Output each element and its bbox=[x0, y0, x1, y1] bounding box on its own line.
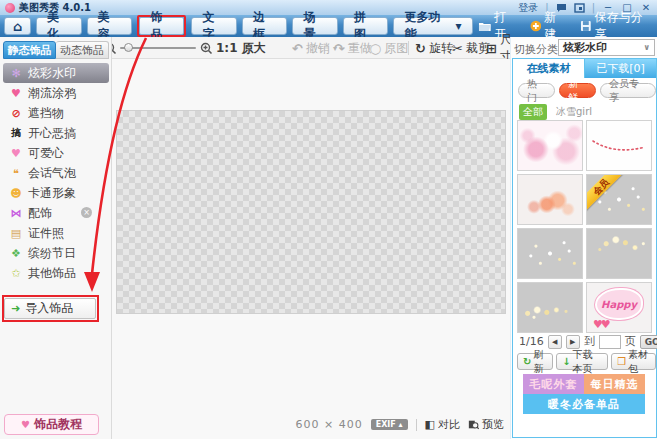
sticker-thumbnail-gold-trail[interactable] bbox=[517, 282, 583, 333]
sticker-thumbnail-pink-bokeh[interactable] bbox=[517, 120, 583, 171]
funny-icon: 搞 bbox=[9, 126, 23, 140]
gift-icon: ❖ bbox=[9, 247, 23, 260]
crop-button[interactable]: ✂裁剪 bbox=[452, 37, 490, 59]
page-indicator: 1/16 bbox=[519, 335, 544, 348]
sticker-thumbnail-gold-swirl[interactable] bbox=[586, 228, 652, 279]
tab-animated-decorations[interactable]: 动态饰品 bbox=[56, 41, 109, 59]
resize-icon: ⊞ bbox=[486, 41, 497, 56]
tag-ice-snow-girl[interactable]: 冰雪girl bbox=[556, 105, 592, 119]
chevron-down-icon: ∨ bbox=[644, 43, 651, 52]
material-pack-button[interactable]: ❒素材包 bbox=[611, 353, 656, 370]
id-photo-icon: ▤ bbox=[9, 227, 23, 240]
next-page-button[interactable]: ▶ bbox=[566, 335, 580, 349]
status-bar: 600 × 400 EXIF ▴ ◧对比 预览 bbox=[296, 417, 504, 432]
tab-decoration[interactable]: 饰品 bbox=[139, 17, 184, 35]
filter-new[interactable]: 新鲜 bbox=[559, 83, 596, 98]
heart-palette-icon: ♥ bbox=[9, 87, 23, 100]
decoration-tab-red-highlight: 饰品 bbox=[137, 15, 186, 37]
edit-toolbar: 1:1 原大 ↶撤销▾ ↷重做 ◯原图 ↻旋转 ✂裁剪 ⊞尺寸 bbox=[112, 37, 512, 59]
rotate-button[interactable]: ↻旋转 bbox=[415, 37, 453, 59]
decoration-category-list: ✻炫彩水印 ♥潮流涂鸦 ⊘遮挡物 搞开心恶搞 ♥可爱心 ❝会话气泡 ☻卡通形象 … bbox=[0, 63, 112, 283]
tab-frame[interactable]: 边框 bbox=[242, 17, 288, 35]
tab-more-features[interactable]: 更多功能 ▾ bbox=[393, 17, 472, 35]
tab-scene[interactable]: 场景 bbox=[292, 17, 338, 35]
category-switch-label: 切换分类 bbox=[514, 42, 558, 57]
download-icon: ↓ bbox=[562, 356, 570, 367]
sidebar-item-speech-bubble[interactable]: ❝会话气泡 bbox=[0, 163, 112, 183]
plus-circle-icon bbox=[530, 20, 542, 32]
go-button[interactable]: GO bbox=[640, 335, 657, 349]
exif-button[interactable]: EXIF ▴ bbox=[371, 419, 408, 430]
refresh-button[interactable]: ↻刷新 bbox=[517, 353, 553, 370]
transparent-canvas[interactable] bbox=[117, 111, 505, 313]
bow-icon: ⋈ bbox=[9, 207, 23, 220]
sticker-thumbnail-happy-bubble[interactable]: Happy ♥♥ bbox=[586, 282, 652, 333]
preview-magnifier-icon bbox=[468, 419, 479, 430]
tab-beautify[interactable]: 美化 bbox=[36, 17, 82, 35]
sidebar-item-blocker[interactable]: ⊘遮挡物 bbox=[0, 103, 112, 123]
decoration-tutorial-button[interactable]: ♥ 饰品教程 bbox=[4, 414, 99, 435]
zoom-in-icon[interactable] bbox=[200, 42, 213, 55]
sticker-thumbnail-white-sparkle[interactable] bbox=[517, 228, 583, 279]
sidebar-item-accessories[interactable]: ⋈配饰× bbox=[0, 203, 112, 223]
compare-button[interactable]: ◧对比 bbox=[425, 417, 460, 432]
no-entry-icon: ⊘ bbox=[9, 107, 23, 120]
red-dotted-line bbox=[587, 121, 651, 170]
sticker-thumbnail-red-sparkline[interactable] bbox=[586, 120, 652, 171]
sidebar-item-cute-heart[interactable]: ♥可爱心 bbox=[0, 143, 112, 163]
app-logo-icon bbox=[5, 3, 15, 13]
crop-icon: ✂ bbox=[452, 41, 463, 56]
sticker-grid: 会员 Happy ♥♥ bbox=[517, 120, 652, 333]
promo-daily-picks[interactable]: 每日精选 bbox=[584, 374, 645, 394]
sidebar-item-others[interactable]: ✩其他饰品 bbox=[0, 263, 112, 283]
original-icon: ◯ bbox=[370, 43, 381, 54]
home-icon: ⌂ bbox=[13, 19, 22, 34]
vip-ribbon: 会员 bbox=[586, 174, 625, 211]
filter-hot[interactable]: 热门 bbox=[518, 83, 555, 98]
tab-online-materials[interactable]: 在线素材 bbox=[513, 59, 585, 78]
chevron-down-icon: ▾ bbox=[456, 19, 462, 33]
hearts-decoration: ♥♥ bbox=[593, 318, 609, 331]
promo-banners: 毛呢外套 每日精选 暖冬必备单品 bbox=[523, 374, 645, 414]
image-dimensions: 600 × 400 bbox=[296, 418, 363, 431]
resize-button[interactable]: ⊞尺寸 bbox=[486, 37, 512, 59]
tab-collage[interactable]: 拼图 bbox=[343, 17, 389, 35]
page-number-input[interactable] bbox=[599, 335, 621, 349]
preview-button[interactable]: 预览 bbox=[468, 417, 504, 432]
sidebar-item-cartoon[interactable]: ☻卡通形象 bbox=[0, 183, 112, 203]
tab-home[interactable]: ⌂ bbox=[4, 17, 31, 35]
sparkle-icon: ✻ bbox=[9, 67, 23, 80]
redo-icon: ↷ bbox=[334, 41, 345, 56]
category-dropdown[interactable]: 炫彩水印 ∨ bbox=[558, 39, 655, 56]
meitu-xiuxiu-window: 美图秀秀 4.0.1 登录 | | ─ □ ✕ ⌂ 美化 美容 饰品 文字 边框… bbox=[0, 0, 657, 439]
promo-wool-coat[interactable]: 毛呢外套 bbox=[523, 374, 584, 394]
decoration-sidebar: 静态饰品 动态饰品 ✻炫彩水印 ♥潮流涂鸦 ⊘遮挡物 搞开心恶搞 ♥可爱心 ❝会… bbox=[0, 37, 112, 439]
tab-cosmesis[interactable]: 美容 bbox=[87, 17, 133, 35]
zoom-actual-size-label[interactable]: 1:1 原大 bbox=[216, 40, 266, 57]
canvas-area: 600 × 400 EXIF ▴ ◧对比 预览 bbox=[112, 59, 510, 439]
undo-icon: ↶ bbox=[292, 41, 303, 56]
material-panel: 切换分类 炫彩水印 ∨ 在线素材 已下载[0] 热门 新鲜 会员专享 全部 冰雪… bbox=[510, 37, 657, 439]
rotate-icon: ↻ bbox=[415, 41, 426, 56]
accessories-close-badge[interactable]: × bbox=[81, 207, 92, 218]
happy-speech-bubble: Happy bbox=[595, 288, 643, 320]
sidebar-item-watermark[interactable]: ✻炫彩水印 bbox=[3, 63, 109, 83]
tag-all[interactable]: 全部 bbox=[519, 104, 547, 120]
filter-vip-only[interactable]: 会员专享 bbox=[600, 83, 656, 98]
tab-text[interactable]: 文字 bbox=[191, 17, 237, 35]
promo-winter-essentials[interactable]: 暖冬必备单品 bbox=[523, 394, 645, 414]
zoom-slider-knob[interactable] bbox=[124, 43, 133, 52]
import-decoration-button[interactable]: ➜ 导入饰品 bbox=[4, 298, 96, 319]
sticker-thumbnail-orange-glow[interactable] bbox=[517, 174, 583, 225]
sidebar-item-graffiti[interactable]: ♥潮流涂鸦 bbox=[0, 83, 112, 103]
tab-downloaded[interactable]: 已下载[0] bbox=[585, 59, 656, 78]
prev-page-button[interactable]: ◀ bbox=[548, 335, 562, 349]
download-page-button[interactable]: ↓下载本页 bbox=[556, 353, 608, 370]
sidebar-item-id-photo[interactable]: ▤证件照 bbox=[0, 223, 112, 243]
original-image-button: ◯原图 bbox=[370, 37, 408, 59]
sidebar-item-funny[interactable]: 搞开心恶搞 bbox=[0, 123, 112, 143]
sidebar-item-festival[interactable]: ❖缤纷节日 bbox=[0, 243, 112, 263]
tab-static-decorations[interactable]: 静态饰品 bbox=[3, 41, 56, 59]
refresh-icon: ↻ bbox=[523, 356, 531, 367]
sticker-thumbnail-vip-sparkle[interactable]: 会员 bbox=[586, 174, 652, 225]
